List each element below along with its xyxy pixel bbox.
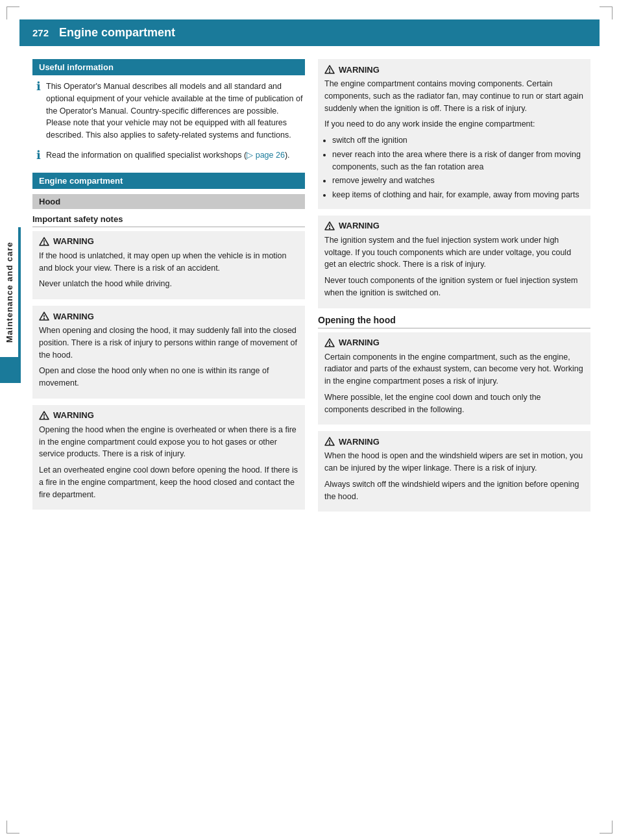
corner-mark-bl [6,821,19,834]
warning-text-2: When opening and closing the hood, it ma… [39,325,298,389]
warning-box-1: WARNING If the hood is unlatched, it may… [32,231,305,299]
bullet-item: keep items of clothing and hair, for exa… [332,189,584,201]
warning-title-3: WARNING [39,410,298,421]
svg-point-5 [44,319,45,319]
bullet-item: remove jewelry and watches [332,175,584,187]
opening-warning-box-2: WARNING When the hood is open and the wi… [318,431,590,512]
opening-hood-section: Opening the hood WARNING Certain compone… [318,315,590,512]
svg-point-17 [330,345,330,345]
info-text-2: Read the information on qualified specia… [46,149,290,162]
right-warning-text-2: The ignition system and the fuel injecti… [324,234,584,299]
warning-title-1: WARNING [39,236,298,247]
warning-title-2: WARNING [39,311,298,321]
info-icon-2: ℹ [36,148,41,162]
opening-warning-text-2: When the hood is open and the windshield… [324,450,584,502]
sidebar-label: Maintenance and care [0,227,21,357]
corner-mark-tl [6,6,19,19]
opening-warning-title-2: WARNING [324,436,584,447]
hood-header: Hood [32,194,305,209]
opening-warning-title-1: WARNING [324,338,584,348]
corner-mark-tr [600,6,613,19]
corner-mark-br [600,821,613,834]
useful-info-section: Useful information ℹ This Operator's Man… [32,59,305,162]
warning-triangle-icon-2 [39,311,49,321]
opening-warning-text-1: Certain components in the engine compart… [324,351,584,416]
page-header: 272 Engine compartment [19,19,600,46]
bullet-item: never reach into the area where there is… [332,149,584,173]
opening-warning-triangle-2 [324,436,335,447]
right-warning-triangle-icon-2 [324,221,335,231]
opening-warning-box-1: WARNING Certain components in the engine… [318,332,590,425]
warning-box-2: WARNING When opening and closing the hoo… [32,306,305,399]
right-warning-box-1: WARNING The engine compartment contains … [318,59,590,209]
right-warning-triangle-icon-1 [324,64,335,75]
warning-text-3: Opening the hood when the engine is over… [39,424,298,501]
warning-triangle-icon-1 [39,236,49,247]
opening-warning-triangle-1 [324,338,335,348]
safety-notes-title: Important safety notes [32,214,305,227]
warning-text-1: If the hood is unlatched, it may open up… [39,250,298,290]
svg-point-20 [330,444,330,445]
svg-point-11 [330,72,330,73]
svg-point-2 [44,243,45,244]
warning-box-3: WARNING Opening the hood when the engine… [32,405,305,510]
sidebar-accent-block [0,357,21,383]
left-column: Useful information ℹ This Operator's Man… [32,59,305,518]
right-warning-title-1: WARNING [324,64,584,75]
info-item-1: ℹ This Operator's Manual describes all m… [32,80,305,142]
right-warning-box-2: WARNING The ignition system and the fuel… [318,216,590,308]
right-warning-title-2: WARNING [324,221,584,231]
info-text-1: This Operator's Manual describes all mod… [46,80,305,142]
useful-info-header: Useful information [32,59,305,75]
bullet-item: switch off the ignition [332,134,584,147]
main-content: Useful information ℹ This Operator's Man… [32,46,600,518]
svg-point-14 [330,228,330,229]
right-column: WARNING The engine compartment contains … [318,59,590,518]
engine-compartment-section: Engine compartment Hood Important safety… [32,173,305,510]
warning-triangle-icon-3 [39,410,49,421]
right-warning-text-1: The engine compartment contains moving c… [324,78,584,201]
opening-hood-title: Opening the hood [318,315,590,328]
page-number: 272 [32,27,49,38]
svg-point-8 [44,417,45,418]
info-icon-1: ℹ [36,79,41,93]
info-item-2: ℹ Read the information on qualified spec… [32,149,305,162]
page-title: Engine compartment [59,26,175,40]
engine-compartment-header: Engine compartment [32,173,305,189]
link-page26[interactable]: ▷ page 26 [247,151,285,160]
